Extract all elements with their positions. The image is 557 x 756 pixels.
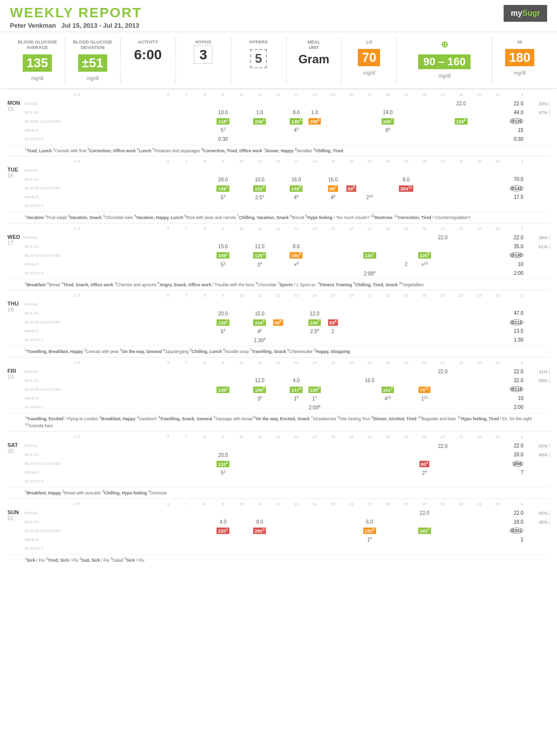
time-label-21: 21 <box>440 226 445 231</box>
bolus-row-val: 16.0 <box>328 177 338 182</box>
time-label-20: 20 <box>422 293 427 298</box>
time-label-17: 17 <box>367 435 372 439</box>
bolus-row-val: 20.0 <box>218 452 228 457</box>
activity-row-sum: 2:00 <box>498 404 525 410</box>
bolus-row-cells: 4.08.06.0 <box>77 518 498 526</box>
meals-row-label: MEALS <box>25 537 77 542</box>
bg-row-label: BLOOD GLUCOSE <box>25 253 77 258</box>
time-label-23: 23 <box>477 92 481 97</box>
time-label-16: 16 <box>349 226 353 231</box>
basal-row-pct: 55% <box>525 510 550 516</box>
time-label-10: 10 <box>239 502 244 506</box>
day-rows: BASAL22.022.033%BOLUS10.01.08.01.024.044… <box>25 99 550 144</box>
stat-hi-label: HI <box>500 40 540 45</box>
time-label-16: 16 <box>349 159 353 164</box>
bg-row: BLOOD GLUCOSE120115438951497558Ø113 <box>25 318 550 326</box>
time-axis-row: 1–56789101112131415161718192021222324Σ <box>7 225 550 232</box>
time-label-19: 19 <box>404 159 408 164</box>
time-axis-row: 1–56789101112131415161718192021222324Σ <box>7 292 550 299</box>
bg-row-val: 558 <box>328 319 338 325</box>
bolus-row-label: BOLUS <box>25 311 77 315</box>
time-label-19: 19 <box>404 226 408 231</box>
meals-row-sum: 10 <box>498 262 525 267</box>
time-label-15: 15 <box>331 293 335 298</box>
meals-row-val: 52 <box>221 127 225 133</box>
basal-row-sum: 22.0 <box>498 369 525 374</box>
basal-row-label: BASAL <box>25 101 77 106</box>
activity-row: ACTIVITY1:3041:30 <box>25 336 550 344</box>
bg-row-sum: Ø135 <box>498 118 525 124</box>
time-label-8: 8 <box>204 502 206 506</box>
bolus-row-sum: 18.0 <box>498 519 525 525</box>
bolus-row-val: 6.0 <box>366 519 373 525</box>
stat-activity-value: 6:00 <box>134 47 162 62</box>
time-label-21: 21 <box>440 360 445 365</box>
time-label-6: 6 <box>167 92 169 97</box>
day-content-wrapper: THU18.BASALBOLUS20.015.012.047.0BLOOD GL… <box>7 300 550 345</box>
stat-hypos-label: HYPOS <box>183 40 223 45</box>
stat-meal-unit-label: MEALUNIT <box>294 40 334 50</box>
time-label-16: 16 <box>349 293 353 298</box>
day-block-sun: 1–56789101112131415161718192021222324ΣSU… <box>7 498 550 566</box>
meals-row-cells: 522.544648210 <box>77 193 498 201</box>
day-name: FRI <box>7 368 25 374</box>
time-label-24: 24 <box>496 435 500 439</box>
bg-row-val: 1354 <box>290 118 303 124</box>
report-title: WEEKLY REPORT <box>10 5 142 21</box>
bolus-row-val: 12.0 <box>255 378 264 383</box>
day-rows: BASALBOLUS20.010.016.016.08.070.0BLOOD G… <box>25 166 550 211</box>
bg-row-sum: Ø142 <box>498 185 525 191</box>
time-label-10: 10 <box>239 293 244 298</box>
stat-hi-unit: mg/dl <box>500 70 540 76</box>
meals-row: MEALS33151741011210 <box>25 394 550 402</box>
time-label-22: 22 <box>459 293 463 298</box>
time-label-21: 21 <box>440 435 445 439</box>
basal-row-cells: 22.0 <box>77 233 498 242</box>
meals-row-val: 34 <box>257 261 262 267</box>
bolus-row-cells: 10.01.08.01.024.0 <box>77 108 498 117</box>
time-label-11: 11 <box>257 502 262 506</box>
stat-bg-avg-unit: mg/dl <box>17 76 57 81</box>
basal-row-cells: 22.0 <box>77 509 498 517</box>
basal-row-pct: 41% <box>525 369 550 374</box>
time-label-19: 19 <box>404 92 408 97</box>
time-label-17: 17 <box>367 92 372 97</box>
meals-row-cells: 331517410112 <box>77 394 498 402</box>
meals-row-cells: 524568 <box>77 126 498 134</box>
day-number: 19. <box>7 374 25 380</box>
activity-row: ACTIVITY <box>25 544 550 553</box>
basal-row-label: BASAL <box>25 369 77 374</box>
stat-activity-label: ACTIVITY <box>128 40 168 45</box>
time-label-13: 13 <box>294 502 299 506</box>
time-label-9: 9 <box>222 435 224 439</box>
bolus-row: BOLUS20.010.016.016.08.070.0 <box>25 175 550 183</box>
day-notes: 1Travelling, Breakfast, Happy 2Cereals w… <box>7 346 550 356</box>
week-grid: 1–56789101112131415161718192021222324ΣMO… <box>0 89 557 566</box>
bolus-row-val: 20.0 <box>218 311 228 316</box>
patient-name: Peter Venkman <box>10 22 56 29</box>
bolus-row-sum: 35.0 <box>498 244 525 249</box>
meals-row-val: 2 <box>405 262 408 267</box>
sum-header: Σ <box>498 160 525 164</box>
stat-meal-unit: MEALUNIT Gram <box>287 37 342 84</box>
basal-row-sum: 22.0 <box>498 510 525 516</box>
bg-row-val: 1543 <box>254 319 266 325</box>
stat-target-unit: mg/dl <box>404 73 484 79</box>
activity-row-val: 1:304 <box>254 337 265 343</box>
bg-row-cells: 1321603 <box>77 459 498 468</box>
bg-row-val: 1555 <box>290 185 303 191</box>
day-block-mon: 1–56789101112131415161718192021222324ΣMO… <box>7 89 550 156</box>
day-content-wrapper: FRI19.BASAL22.022.041%BOLUS12.04.016.032… <box>7 367 550 412</box>
bolus-row-cells: 12.04.016.0 <box>77 376 498 385</box>
time-label-22: 22 <box>459 159 463 164</box>
time-label-22: 22 <box>459 92 463 97</box>
day-rows: BASALBOLUS20.015.012.047.0BLOOD GLUCOSE1… <box>25 300 550 345</box>
activity-row-val: 2:008 <box>309 404 320 410</box>
day-label: SAT20. <box>7 441 25 486</box>
time-label-17: 17 <box>367 360 372 365</box>
time-label-10: 10 <box>239 435 244 439</box>
stat-hypos: HYPOS 3 <box>176 37 231 84</box>
meals-row-val: 2 <box>332 328 335 334</box>
stat-hypers-value: 5 <box>250 49 267 68</box>
time-label-13: 13 <box>294 159 299 164</box>
